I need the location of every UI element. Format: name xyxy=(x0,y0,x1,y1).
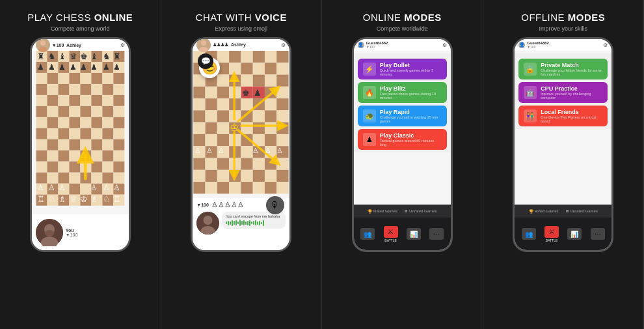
blitz-text: Play Blitz Fast paced chess games lastin… xyxy=(380,85,442,100)
classic-text: Play Classic Tactical games around 60 mi… xyxy=(380,132,442,147)
player-top-avatar-2 xyxy=(196,38,211,52)
svg-rect-183 xyxy=(206,87,217,98)
svg-rect-243 xyxy=(276,170,288,182)
rated-icon-3: 🏆 xyxy=(368,209,372,214)
unrated-tab-3[interactable]: 🖥 Unrated Games xyxy=(404,209,436,213)
settings-icon-4[interactable]: ⚙ xyxy=(603,42,608,48)
svg-point-268 xyxy=(204,216,213,225)
modes-list: ⚡ Play Bullet Quick and speedy games wit… xyxy=(354,53,451,152)
phone-3: 👤 Guest64862 ▼100 ⚙ ⚡ Play Bullet Quick … xyxy=(352,37,453,252)
svg-rect-159 xyxy=(229,51,241,63)
battle-tab-3[interactable]: ⚔ BATTLE xyxy=(379,226,402,242)
battle-label-4: BATTLE xyxy=(546,238,558,242)
more-tab-3[interactable]: ⋯ xyxy=(425,228,448,240)
chat-icon[interactable]: 💬 xyxy=(198,53,213,69)
svg-text:♙: ♙ xyxy=(195,147,202,154)
svg-rect-218 xyxy=(265,134,276,146)
stats-tab-3[interactable]: 📊 xyxy=(402,228,425,240)
player-bottom-name: You xyxy=(66,228,78,233)
svg-rect-160 xyxy=(241,51,253,63)
svg-rect-198 xyxy=(217,110,229,122)
bottom-nav-3: 👥 ⚔ BATTLE 📊 ⋯ xyxy=(354,218,451,250)
waveform xyxy=(226,220,282,226)
friends-tab-4[interactable]: 👥 xyxy=(517,228,540,240)
friends-tab-3[interactable]: 👥 xyxy=(356,228,379,240)
svg-rect-250 xyxy=(265,182,276,193)
svg-rect-230 xyxy=(217,158,229,169)
mode-blitz[interactable]: 🔥 Play Blitz Fast paced chess games last… xyxy=(358,82,447,103)
settings-icon-3[interactable]: ⚙ xyxy=(442,42,447,48)
mode-private-match[interactable]: 🔒 Private Match Challenge your fellow fr… xyxy=(518,59,608,79)
settings-icon-2[interactable]: ⚙ xyxy=(281,42,286,48)
player-bottom-name-2: ▼100 xyxy=(196,203,209,207)
player-bottom-avatar xyxy=(36,219,63,246)
panel-2-subtitle: Express using emoji xyxy=(215,25,267,32)
classic-icon: ♟ xyxy=(363,133,376,146)
svg-rect-232 xyxy=(241,158,253,169)
mode-classic[interactable]: ♟ Play Classic Tactical games around 60 … xyxy=(358,129,447,150)
panel-2-title: CHAT WITH VOICE xyxy=(196,12,287,23)
panel-play-chess: PLAY CHESS ONLINE Compete among world ▼1… xyxy=(0,0,161,329)
rated-tab-3[interactable]: 🏆 Rated Games xyxy=(368,209,397,214)
svg-rect-236 xyxy=(194,170,206,182)
settings-icon[interactable]: ⚙ xyxy=(120,42,125,48)
svg-rect-184 xyxy=(217,87,229,98)
mode-rapid[interactable]: 🐢 Play Rapid Challenge yourself in excit… xyxy=(358,106,447,126)
more-icon-3: ⋯ xyxy=(429,228,444,240)
user-icon-4: 👤 xyxy=(518,42,525,48)
battle-label-3: BATTLE xyxy=(384,238,397,242)
svg-text:♙: ♙ xyxy=(206,147,213,154)
battle-tab-4[interactable]: ⚔ BATTLE xyxy=(541,226,563,242)
svg-rect-208 xyxy=(241,122,253,134)
player-bottom-score: ▼100 xyxy=(66,233,78,237)
svg-rect-214 xyxy=(217,134,229,146)
panel-4-title: OFFLINE MODES xyxy=(521,12,605,23)
svg-rect-240 xyxy=(241,170,253,182)
svg-rect-205 xyxy=(206,122,217,134)
mode-bullet[interactable]: ⚡ Play Bullet Quick and speedy games wit… xyxy=(358,59,447,79)
svg-rect-229 xyxy=(206,158,217,169)
more-tab-4[interactable]: ⋯ xyxy=(586,228,609,240)
chat-message-text: You can't escape from me hahaha xyxy=(226,214,282,218)
private-match-icon: 🔒 xyxy=(524,63,537,76)
phone-4-status: 👤 Guest64862 ▼100 ⚙ xyxy=(515,39,611,51)
player-top-name-2: ♟♟♟♟ Ashley xyxy=(213,42,246,48)
svg-rect-246 xyxy=(217,182,229,193)
unrated-tab-4[interactable]: 🖥 Unrated Games xyxy=(565,209,598,213)
svg-rect-251 xyxy=(276,182,288,193)
rated-tab-4[interactable]: 🏆 Rated Games xyxy=(529,209,559,214)
svg-point-154 xyxy=(201,40,206,46)
player-top-avatar xyxy=(36,38,50,52)
svg-rect-242 xyxy=(265,170,276,182)
svg-rect-161 xyxy=(253,51,265,63)
phone-1: ▼100 Ashley ⚙ // Generate chess board ce… xyxy=(30,37,131,252)
stats-tab-4[interactable]: 📊 xyxy=(563,228,586,240)
svg-rect-213 xyxy=(206,134,217,146)
svg-text:♙: ♙ xyxy=(276,147,283,154)
svg-rect-189 xyxy=(206,98,217,110)
svg-rect-212 xyxy=(194,134,206,146)
player-info-3: 👤 Guest64862 ▼100 xyxy=(358,41,388,49)
mode-local-friends[interactable]: 👫 Local Friends One Device Two Players o… xyxy=(518,106,608,126)
svg-rect-171 xyxy=(276,63,288,74)
rated-games-bar-3: 🏆 Rated Games 🖥 Unrated Games xyxy=(354,205,451,218)
svg-text:♙: ♙ xyxy=(252,147,259,154)
panel-chat-voice: CHAT WITH VOICE Express using emoji ♟♟♟♟… xyxy=(161,0,323,329)
chess-board-1: // Generate chess board cells - will be … xyxy=(32,51,129,214)
friends-icon-3: 👥 xyxy=(360,228,375,240)
battle-icon-3: ⚔ xyxy=(384,226,398,238)
svg-rect-211 xyxy=(276,122,288,134)
stats-icon-3: 📊 xyxy=(407,228,421,240)
svg-rect-177 xyxy=(253,75,265,87)
bottom-nav-4: 👥 ⚔ BATTLE 📊 ⋯ xyxy=(515,218,611,250)
panel-3-subtitle: Compete worldwide xyxy=(377,25,428,32)
mode-cpu-practice[interactable]: 🤖 CPU Practice Improve yourself by chall… xyxy=(518,82,608,103)
svg-text:♟: ♟ xyxy=(254,88,262,98)
phone-4: 👤 Guest64862 ▼100 ⚙ 🔒 Private Match Chal… xyxy=(513,37,613,252)
player-top-info: ▼100 Ashley xyxy=(36,38,81,52)
svg-point-152 xyxy=(45,230,54,236)
phone-1-status: ▼100 Ashley ⚙ xyxy=(32,39,129,51)
panel-1-title: PLAY CHESS ONLINE xyxy=(27,12,133,23)
svg-rect-170 xyxy=(265,63,276,74)
svg-rect-178 xyxy=(265,75,276,87)
